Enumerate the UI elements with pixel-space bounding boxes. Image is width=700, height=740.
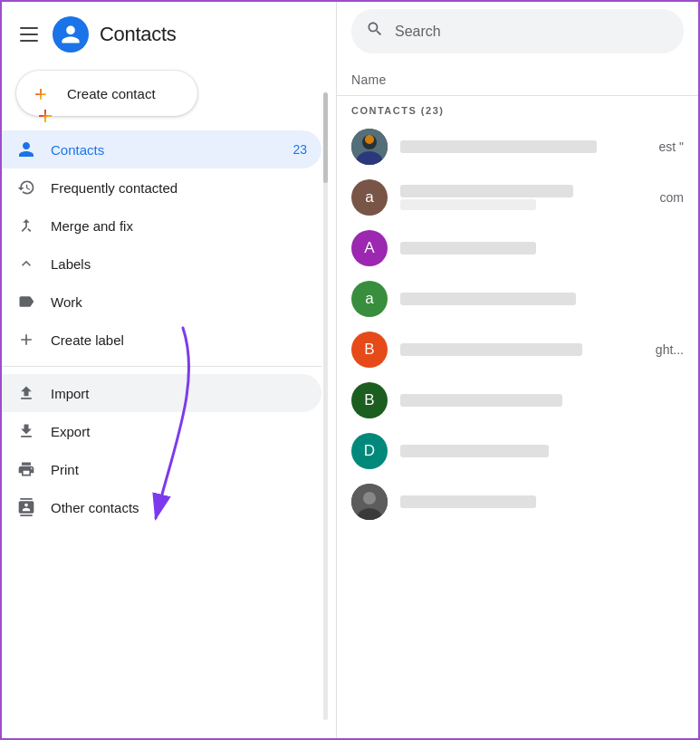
nav-item-print[interactable]: Print — [2, 450, 321, 488]
chevron-up-icon — [16, 254, 36, 274]
export-label: Export — [51, 424, 307, 439]
merge-icon — [16, 216, 36, 235]
contact-name — [400, 445, 549, 457]
app-logo-avatar — [53, 16, 89, 53]
nav-item-export[interactable]: Export — [2, 412, 321, 450]
create-contact-button[interactable]: Create contact — [16, 71, 197, 116]
create-label-text: Create label — [51, 332, 307, 348]
contact-info — [400, 242, 671, 255]
other-contacts-icon — [16, 497, 36, 517]
print-icon — [16, 459, 36, 479]
avatar: A — [351, 230, 388, 266]
sidebar-scrollbar-thumb[interactable] — [323, 92, 328, 183]
contact-row[interactable]: a — [337, 274, 698, 324]
download-icon — [16, 421, 36, 441]
contact-name — [400, 394, 562, 407]
nav-item-work[interactable]: Work — [2, 283, 321, 321]
merge-and-fix-label: Merge and fix — [51, 218, 307, 234]
labels-section[interactable]: Labels — [2, 245, 336, 283]
contact-info — [400, 495, 671, 508]
sidebar: Contacts Create contact — [2, 2, 337, 738]
app-title: Contacts — [100, 23, 176, 46]
contact-suffix: com — [660, 190, 684, 205]
contact-row[interactable]: D — [337, 426, 698, 476]
contact-info — [400, 343, 643, 356]
labels-label: Labels — [51, 256, 91, 272]
contact-name — [400, 242, 536, 255]
hamburger-menu-button[interactable] — [16, 24, 42, 45]
contact-email — [400, 199, 536, 210]
import-label: Import — [51, 386, 307, 401]
contacts-count-label: CONTACTS (23) — [337, 96, 698, 121]
contact-info — [400, 293, 671, 305]
person-icon — [60, 24, 82, 45]
upload-icon — [16, 383, 36, 403]
avatar: B — [351, 382, 388, 418]
frequently-contacted-label: Frequently contacted — [51, 180, 307, 196]
avatar — [351, 484, 388, 520]
contact-info — [400, 445, 671, 457]
sidebar-scrollbar-track[interactable] — [323, 92, 328, 720]
contact-name — [400, 185, 573, 197]
contact-info — [400, 185, 647, 210]
contact-name — [400, 495, 536, 508]
contact-row[interactable] — [337, 476, 698, 527]
nav-item-other-contacts[interactable]: Other contacts — [2, 488, 321, 526]
nav-divider — [2, 366, 321, 367]
sidebar-header: Contacts — [2, 9, 336, 67]
contacts-nav-label: Contacts — [51, 142, 278, 158]
search-bar[interactable]: Search — [351, 9, 684, 53]
contact-row[interactable]: a com — [337, 172, 698, 223]
svg-point-6 — [363, 492, 376, 505]
contact-row[interactable]: est " — [337, 121, 698, 172]
contact-info — [400, 140, 646, 153]
nav-item-merge-and-fix[interactable]: Merge and fix — [2, 207, 321, 245]
nav-item-import[interactable]: Import — [2, 374, 321, 412]
avatar — [351, 129, 388, 165]
svg-point-4 — [365, 135, 374, 144]
label-icon — [16, 292, 36, 312]
contact-suffix: ght... — [656, 342, 684, 357]
avatar: a — [351, 179, 388, 216]
avatar: D — [351, 433, 388, 469]
person-nav-icon — [16, 139, 36, 159]
contact-row[interactable]: B — [337, 375, 698, 426]
contacts-header: Name — [337, 61, 698, 96]
print-label: Print — [51, 462, 307, 477]
nav-item-contacts[interactable]: Contacts 23 — [2, 130, 321, 168]
contact-name — [400, 293, 576, 305]
nav-item-frequently-contacted[interactable]: Frequently contacted — [2, 168, 321, 207]
create-contact-label: Create contact — [67, 86, 156, 101]
main-content: Search Name CONTACTS (23) est " a — [337, 2, 698, 738]
work-label: Work — [51, 294, 307, 310]
nav-item-create-label[interactable]: Create label — [2, 321, 321, 359]
history-icon — [16, 178, 36, 197]
contact-name — [400, 140, 597, 153]
contact-name — [400, 343, 582, 356]
contact-info — [400, 394, 671, 407]
add-label-icon — [16, 330, 36, 350]
contact-row[interactable]: A — [337, 223, 698, 274]
other-contacts-label: Other contacts — [51, 500, 307, 515]
name-column-header: Name — [351, 72, 387, 87]
avatar: a — [351, 281, 388, 317]
search-icon — [366, 20, 384, 43]
contacts-badge: 23 — [292, 142, 307, 157]
contact-row[interactable]: B ght... — [337, 324, 698, 375]
avatar: B — [351, 332, 388, 368]
plus-icon — [34, 83, 54, 103]
search-placeholder: Search — [395, 24, 441, 40]
contact-suffix: est " — [658, 139, 684, 154]
